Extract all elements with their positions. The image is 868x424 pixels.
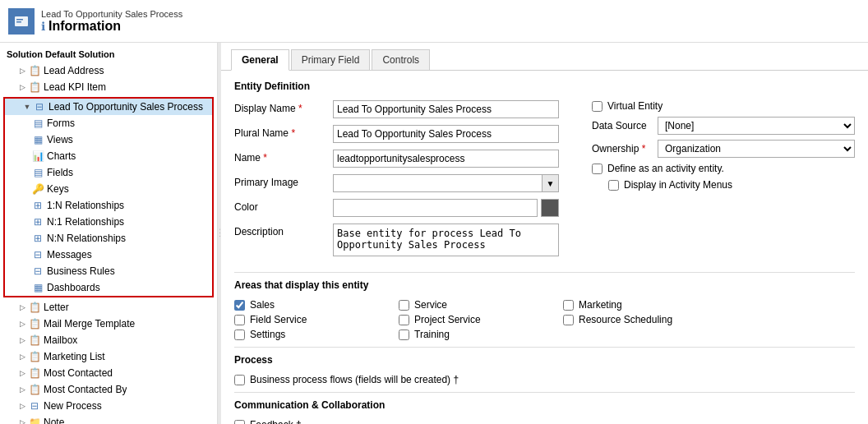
display-name-label: Display Name * — [234, 100, 333, 114]
required-star: * — [263, 152, 267, 164]
section-entity-title: Entity Definition — [234, 81, 855, 92]
define-activity-checkbox[interactable] — [592, 164, 603, 174]
form-content: Entity Definition Display Name * — [221, 71, 868, 424]
area-resource-scheduling-checkbox[interactable] — [563, 315, 574, 325]
area-marketing-checkbox[interactable] — [563, 300, 574, 311]
display-activity-checkbox[interactable] — [608, 180, 619, 191]
areas-grid: Sales Service Marketing Field Service — [234, 299, 855, 340]
sidebar-item-dashboards[interactable]: ▦ Dashboards — [5, 279, 212, 296]
ownership-select[interactable]: Organization — [658, 140, 855, 158]
sidebar-item-mailbox[interactable]: ▷ 📋 Mailbox — [0, 332, 217, 348]
sidebar-item-charts[interactable]: 📊 Charts — [5, 148, 212, 164]
sidebar-item-mail-merge[interactable]: ▷ 📋 Mail Merge Template — [0, 316, 217, 332]
sidebar-item-n1-relationships[interactable]: ⊞ N:1 Relationships — [5, 214, 212, 230]
plural-name-input[interactable] — [333, 125, 559, 143]
feedback-checkbox[interactable] — [234, 420, 245, 425]
sidebar: Solution Default Solution ▷ 📋 Lead Addre… — [0, 43, 218, 424]
area-field-service-checkbox[interactable] — [234, 315, 245, 325]
color-swatch[interactable] — [541, 199, 559, 217]
color-text-input[interactable] — [333, 199, 538, 217]
divider — [234, 272, 855, 273]
ownership-row: Ownership * Organization — [592, 140, 855, 158]
sidebar-item-keys[interactable]: 🔑 Keys — [5, 181, 212, 197]
display-activity-option: Display in Activity Menus — [592, 179, 855, 191]
sidebar-item-lead-to-opp[interactable]: ▼ ⊟ Lead To Opportunity Sales Process — [5, 99, 212, 115]
expand-icon[interactable]: ▷ — [16, 367, 28, 379]
sidebar-item-most-contacted[interactable]: ▷ 📋 Most Contacted — [0, 365, 217, 381]
sidebar-item-label: Charts — [47, 150, 76, 162]
sidebar-item-lead-kpi[interactable]: ▷ 📋 Lead KPI Item — [0, 79, 217, 95]
sidebar-item-label: N:1 Relationships — [47, 216, 124, 228]
primary-image-dropdown[interactable]: ▼ — [333, 174, 559, 192]
sidebar-item-label: Forms — [47, 118, 75, 129]
data-source-label: Data Source — [592, 120, 658, 131]
sidebar-item-label: Note — [44, 417, 64, 424]
svg-rect-0 — [15, 16, 28, 26]
sidebar-item-marketing-list[interactable]: ▷ 📋 Marketing List — [0, 348, 217, 365]
area-service-checkbox[interactable] — [399, 300, 409, 311]
tab-controls[interactable]: Controls — [372, 49, 430, 70]
field-icon: ▤ — [31, 166, 44, 179]
area-settings-checkbox[interactable] — [234, 330, 245, 340]
area-sales-label: Sales — [250, 299, 275, 311]
bpf-checkbox[interactable] — [234, 375, 245, 385]
sidebar-item-lead-address[interactable]: ▷ 📋 Lead Address — [0, 62, 217, 79]
area-project-service-checkbox[interactable] — [399, 315, 409, 325]
sidebar-item-forms[interactable]: ▤ Forms — [5, 115, 212, 131]
name-label: Name * — [234, 150, 333, 164]
sidebar-item-messages[interactable]: ⊟ Messages — [5, 247, 212, 263]
color-label: Color — [234, 199, 333, 213]
header-breadcrumb: Lead To Opportunity Sales Process — [41, 9, 182, 19]
area-training-checkbox[interactable] — [399, 330, 409, 340]
name-input-wrapper — [333, 150, 559, 168]
bpf-label: Business process flows (fields will be c… — [250, 374, 459, 385]
area-training: Training — [399, 329, 563, 340]
expand-icon[interactable]: ▷ — [16, 334, 28, 346]
sidebar-item-label: Letter — [44, 302, 69, 313]
expand-icon[interactable]: ▷ — [16, 384, 28, 395]
sidebar-item-most-contacted-by[interactable]: ▷ 📋 Most Contacted By — [0, 381, 217, 398]
sidebar-item-label: Lead KPI Item — [44, 81, 106, 93]
area-sales-checkbox[interactable] — [234, 300, 245, 311]
header-entity-icon — [8, 8, 35, 35]
name-input[interactable] — [333, 150, 559, 168]
virtual-entity-checkbox[interactable] — [592, 101, 603, 112]
section-comm-title: Communication & Collaboration — [234, 399, 855, 411]
area-service: Service — [399, 299, 563, 311]
plural-name-label: Plural Name * — [234, 125, 333, 139]
expand-icon[interactable]: ▷ — [16, 351, 28, 362]
expand-icon[interactable]: ▼ — [21, 101, 33, 113]
rule-icon: ⊟ — [31, 265, 44, 278]
area-sales: Sales — [234, 299, 399, 311]
expand-icon[interactable]: ▷ — [16, 302, 28, 313]
expand-icon[interactable]: ▷ — [16, 318, 28, 330]
sidebar-item-label: Business Rules — [47, 265, 115, 277]
sidebar-item-new-process[interactable]: ▷ ⊟ New Process — [0, 398, 217, 414]
sidebar-item-label: Marketing List — [44, 351, 105, 362]
expand-icon[interactable]: ▷ — [16, 400, 28, 412]
chart-icon: 📊 — [31, 150, 44, 163]
template-icon: 📋 — [28, 317, 41, 330]
contact-icon: 📋 — [28, 366, 41, 380]
primary-image-input-wrapper: ▼ — [333, 174, 559, 192]
data-source-select[interactable]: [None] — [658, 117, 855, 135]
sidebar-item-business-rules[interactable]: ⊟ Business Rules — [5, 263, 212, 279]
description-label: Description — [234, 224, 333, 237]
sidebar-item-nn-relationships[interactable]: ⊞ N:N Relationships — [5, 230, 212, 247]
sidebar-item-fields[interactable]: ▤ Fields — [5, 164, 212, 181]
sidebar-item-views[interactable]: ▦ Views — [5, 131, 212, 148]
expand-icon[interactable]: ▷ — [16, 65, 28, 76]
tabs-bar: General Primary Field Controls — [221, 43, 868, 71]
tab-general[interactable]: General — [231, 49, 289, 71]
expand-icon[interactable]: ▷ — [16, 417, 28, 424]
tab-primary-field[interactable]: Primary Field — [291, 49, 371, 70]
sidebar-item-label: Lead Address — [44, 65, 104, 76]
area-service-label: Service — [414, 299, 447, 311]
display-name-input[interactable] — [333, 100, 559, 118]
sidebar-item-1n-relationships[interactable]: ⊞ 1:N Relationships — [5, 197, 212, 214]
sidebar-item-letter[interactable]: ▷ 📋 Letter — [0, 299, 217, 316]
sidebar-item-note[interactable]: ▷ 📁 Note — [0, 414, 217, 424]
primary-image-dropdown-btn[interactable]: ▼ — [542, 175, 558, 191]
expand-icon[interactable]: ▷ — [16, 81, 28, 93]
description-textarea[interactable]: Base entity for process Lead To Opportun… — [333, 224, 559, 256]
